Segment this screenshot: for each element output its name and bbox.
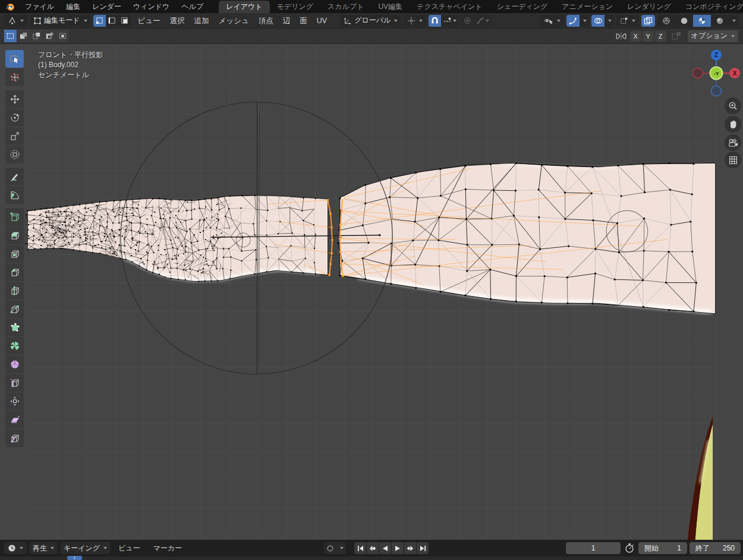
pivot-point-button[interactable] — [404, 15, 426, 27]
mirror-icon[interactable] — [615, 32, 627, 41]
tool-spin[interactable] — [5, 337, 24, 355]
transform-orientation[interactable]: グローバル — [340, 15, 401, 27]
shading-material-button[interactable] — [693, 15, 711, 27]
prev-keyframe-button[interactable] — [367, 542, 379, 554]
xray-toggle[interactable] — [641, 15, 655, 27]
playback-menu[interactable]: 再生 — [29, 542, 58, 554]
workspace-tab-1[interactable]: モデリング — [270, 1, 320, 13]
overlays-dropdown[interactable] — [605, 15, 614, 27]
select-mode-invert-button[interactable] — [43, 30, 56, 42]
show-overlays-toggle[interactable] — [591, 15, 605, 27]
menu-4[interactable]: ヘルプ — [175, 0, 209, 13]
jump-to-start-button[interactable] — [354, 542, 366, 554]
editor-type-button[interactable] — [4, 15, 27, 27]
show-gizmo-toggle[interactable] — [566, 15, 580, 27]
tool-scale[interactable] — [5, 127, 24, 145]
axis-toggle-z[interactable]: Z — [655, 31, 666, 42]
shading-solid-button[interactable] — [675, 15, 693, 27]
gizmo-minus-x-axis[interactable] — [693, 68, 703, 78]
tool-shrink-fatten[interactable] — [5, 392, 24, 410]
tool-rotate[interactable] — [5, 109, 24, 127]
viewport-menu-0[interactable]: ビュー — [133, 14, 165, 28]
axis-toggle-y[interactable]: Y — [643, 31, 654, 42]
workspace-tab-3[interactable]: UV編集 — [371, 1, 410, 13]
tool-measure[interactable] — [5, 186, 24, 204]
select-mode-extend-button[interactable] — [17, 30, 30, 42]
navigation-gizmo[interactable]: Z X -Y — [692, 49, 740, 97]
options-dropdown[interactable]: オプション — [688, 30, 738, 42]
snap-toggle[interactable] — [429, 15, 441, 27]
autokey-dropdown[interactable] — [336, 542, 346, 554]
tool-add-cube[interactable] — [5, 208, 24, 226]
tool-cursor[interactable] — [5, 68, 24, 86]
tool-shear[interactable] — [5, 411, 24, 429]
snap-falloff-icon[interactable] — [671, 32, 682, 41]
current-frame-field[interactable]: 1 — [566, 542, 621, 554]
tool-knife[interactable] — [5, 300, 24, 318]
workspace-tab-2[interactable]: スカルプト — [320, 1, 371, 13]
autokey-toggle[interactable] — [324, 542, 336, 554]
tool-poly-build[interactable] — [5, 319, 24, 336]
region-overlap-button[interactable] — [616, 15, 639, 27]
tool-edge-slide[interactable] — [5, 374, 24, 392]
ortho-toggle-button[interactable] — [725, 152, 741, 168]
menu-1[interactable]: 編集 — [60, 0, 86, 13]
workspace-tab-8[interactable]: コンポジティング — [678, 1, 743, 13]
tool-extrude-region[interactable] — [5, 226, 24, 244]
blender-logo-icon[interactable] — [5, 2, 15, 12]
tool-bevel[interactable] — [5, 263, 24, 281]
viewport-menu-5[interactable]: 辺 — [278, 14, 295, 28]
frame-start-field[interactable]: 開始 1 — [638, 542, 687, 554]
zoom-button[interactable] — [725, 97, 741, 114]
play-reverse-button[interactable] — [379, 542, 391, 554]
visibility-button[interactable] — [540, 15, 564, 27]
tool-smooth[interactable] — [5, 355, 24, 373]
next-keyframe-button[interactable] — [404, 542, 416, 554]
tool-loop-cut[interactable] — [5, 282, 24, 300]
stopwatch-icon[interactable] — [624, 543, 635, 553]
axis-toggle-x[interactable]: X — [630, 31, 641, 42]
viewport-menu-1[interactable]: 選択 — [165, 14, 190, 28]
vertex-select-button[interactable] — [93, 15, 106, 27]
play-button[interactable] — [392, 542, 404, 554]
keying-menu[interactable]: キーイング — [60, 542, 111, 554]
tool-move[interactable] — [5, 90, 24, 108]
snap-with-button[interactable] — [441, 15, 459, 27]
viewport-menu-6[interactable]: 面 — [295, 14, 312, 28]
shading-wireframe-button[interactable] — [657, 15, 675, 27]
shading-dropdown[interactable] — [729, 15, 738, 27]
frame-end-field[interactable]: 終了 250 — [690, 542, 741, 554]
tool-annotate[interactable] — [5, 168, 24, 185]
workspace-tab-0[interactable]: レイアウト — [219, 1, 269, 13]
gizmo-minus-z-axis[interactable] — [711, 86, 722, 96]
tool-inset-faces[interactable] — [5, 245, 24, 263]
timeline-marker-menu[interactable]: マーカー — [148, 543, 188, 553]
falloff-button[interactable] — [474, 15, 492, 27]
workspace-tab-6[interactable]: アニメーション — [555, 1, 620, 13]
timeline-strip[interactable] — [0, 556, 743, 560]
tool-transform[interactable] — [5, 146, 24, 163]
shading-rendered-button[interactable] — [711, 15, 729, 27]
select-mode-intersect-button[interactable] — [56, 30, 69, 42]
viewport-menu-4[interactable]: 頂点 — [254, 14, 278, 28]
viewport-canvas[interactable] — [0, 44, 743, 540]
timeline-editor-type-button[interactable] — [4, 542, 27, 554]
camera-view-button[interactable] — [725, 134, 741, 151]
viewport-menu-7[interactable]: UV — [312, 14, 332, 28]
menu-2[interactable]: レンダー — [86, 0, 127, 13]
workspace-tab-7[interactable]: レンダリング — [620, 1, 678, 13]
edge-select-button[interactable] — [106, 15, 118, 27]
timeline-playhead[interactable]: 1 — [67, 556, 82, 560]
menu-0[interactable]: ファイル — [19, 0, 60, 13]
tool-rip-region[interactable] — [5, 429, 24, 447]
timeline-view-menu[interactable]: ビュー — [113, 543, 146, 553]
gizmo-dropdown[interactable] — [580, 15, 589, 27]
face-select-button[interactable] — [118, 15, 131, 27]
select-mode-set-button[interactable] — [4, 30, 17, 42]
viewport-menu-3[interactable]: メッシュ — [214, 14, 254, 28]
tool-select-box[interactable] — [5, 50, 24, 68]
menu-3[interactable]: ウィンドウ — [127, 0, 175, 13]
workspace-tab-4[interactable]: テクスチャペイント — [410, 1, 490, 13]
select-mode-subtract-button[interactable] — [30, 30, 43, 42]
pan-button[interactable] — [725, 116, 741, 133]
